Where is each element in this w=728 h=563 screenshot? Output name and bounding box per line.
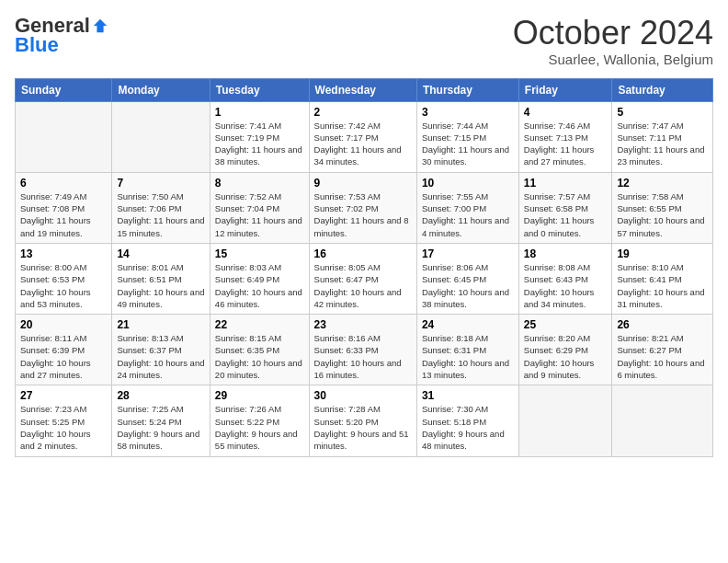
day-cell (518, 385, 612, 456)
day-number: 17 (422, 247, 514, 260)
day-info: Sunrise: 7:57 AMSunset: 6:58 PMDaylight:… (524, 190, 608, 239)
day-info: Sunrise: 8:05 AMSunset: 6:47 PMDaylight:… (314, 261, 412, 310)
day-cell: 26Sunrise: 8:21 AMSunset: 6:27 PMDayligh… (612, 315, 713, 385)
day-info: Sunrise: 7:49 AMSunset: 7:08 PMDaylight:… (20, 190, 107, 239)
title-block: October 2024 Suarlee, Wallonia, Belgium (513, 15, 713, 67)
day-number: 7 (117, 177, 204, 190)
day-info: Sunrise: 8:15 AMSunset: 6:35 PMDaylight:… (215, 332, 304, 381)
day-cell: 6Sunrise: 7:49 AMSunset: 7:08 PMDaylight… (16, 172, 112, 243)
day-info: Sunrise: 7:53 AMSunset: 7:02 PMDaylight:… (314, 190, 412, 239)
day-cell: 4Sunrise: 7:46 AMSunset: 7:13 PMDaylight… (518, 101, 612, 172)
day-number: 1 (215, 106, 304, 119)
day-info: Sunrise: 7:58 AMSunset: 6:55 PMDaylight:… (617, 190, 708, 239)
day-number: 12 (617, 177, 708, 190)
day-info: Sunrise: 8:20 AMSunset: 6:29 PMDaylight:… (524, 332, 608, 381)
day-cell: 2Sunrise: 7:42 AMSunset: 7:17 PMDaylight… (309, 101, 416, 172)
day-number: 14 (117, 247, 204, 260)
day-number: 23 (314, 318, 412, 331)
day-info: Sunrise: 8:01 AMSunset: 6:51 PMDaylight:… (117, 261, 204, 310)
col-header-tuesday: Tuesday (210, 78, 309, 101)
day-number: 10 (422, 177, 514, 190)
day-number: 26 (617, 318, 708, 331)
day-number: 20 (20, 318, 107, 331)
subtitle: Suarlee, Wallonia, Belgium (513, 52, 713, 67)
day-number: 9 (314, 177, 412, 190)
day-number: 25 (524, 318, 608, 331)
day-info: Sunrise: 7:23 AMSunset: 5:25 PMDaylight:… (20, 403, 107, 452)
day-info: Sunrise: 8:10 AMSunset: 6:41 PMDaylight:… (617, 261, 708, 310)
day-cell: 3Sunrise: 7:44 AMSunset: 7:15 PMDaylight… (416, 101, 518, 172)
logo: General Blue (15, 15, 108, 57)
day-number: 8 (215, 177, 304, 190)
day-number: 11 (524, 177, 608, 190)
day-cell: 30Sunrise: 7:28 AMSunset: 5:20 PMDayligh… (309, 385, 416, 456)
day-info: Sunrise: 7:55 AMSunset: 7:00 PMDaylight:… (422, 190, 514, 239)
day-number: 21 (117, 318, 204, 331)
day-info: Sunrise: 7:25 AMSunset: 5:24 PMDaylight:… (117, 403, 204, 452)
month-title: October 2024 (513, 15, 713, 52)
week-row-2: 6Sunrise: 7:49 AMSunset: 7:08 PMDaylight… (16, 172, 713, 243)
day-cell: 31Sunrise: 7:30 AMSunset: 5:18 PMDayligh… (416, 385, 518, 456)
day-cell: 7Sunrise: 7:50 AMSunset: 7:06 PMDaylight… (112, 172, 210, 243)
day-cell: 17Sunrise: 8:06 AMSunset: 6:45 PMDayligh… (416, 243, 518, 314)
day-number: 18 (524, 247, 608, 260)
svg-marker-0 (94, 19, 107, 32)
day-cell: 12Sunrise: 7:58 AMSunset: 6:55 PMDayligh… (612, 172, 713, 243)
day-cell (16, 101, 112, 172)
logo-icon (92, 17, 108, 34)
day-number: 19 (617, 247, 708, 260)
day-info: Sunrise: 7:41 AMSunset: 7:19 PMDaylight:… (215, 120, 304, 168)
day-info: Sunrise: 8:08 AMSunset: 6:43 PMDaylight:… (524, 261, 608, 310)
day-number: 4 (524, 106, 608, 119)
day-info: Sunrise: 7:42 AMSunset: 7:17 PMDaylight:… (314, 120, 412, 168)
day-cell: 21Sunrise: 8:13 AMSunset: 6:37 PMDayligh… (112, 315, 210, 385)
day-cell (612, 385, 713, 456)
day-number: 16 (314, 247, 412, 260)
day-number: 3 (422, 106, 514, 119)
day-info: Sunrise: 7:52 AMSunset: 7:04 PMDaylight:… (215, 190, 304, 239)
col-header-friday: Friday (518, 78, 612, 101)
day-cell: 29Sunrise: 7:26 AMSunset: 5:22 PMDayligh… (210, 385, 309, 456)
day-info: Sunrise: 8:18 AMSunset: 6:31 PMDaylight:… (422, 332, 514, 381)
col-header-monday: Monday (112, 78, 210, 101)
day-number: 24 (422, 318, 514, 331)
day-info: Sunrise: 7:44 AMSunset: 7:15 PMDaylight:… (422, 120, 514, 168)
header-row: SundayMondayTuesdayWednesdayThursdayFrid… (16, 78, 713, 101)
day-info: Sunrise: 7:30 AMSunset: 5:18 PMDaylight:… (422, 403, 514, 452)
day-info: Sunrise: 7:50 AMSunset: 7:06 PMDaylight:… (117, 190, 204, 239)
day-cell: 8Sunrise: 7:52 AMSunset: 7:04 PMDaylight… (210, 172, 309, 243)
day-info: Sunrise: 8:11 AMSunset: 6:39 PMDaylight:… (20, 332, 107, 381)
day-number: 5 (617, 106, 708, 119)
day-cell: 11Sunrise: 7:57 AMSunset: 6:58 PMDayligh… (518, 172, 612, 243)
day-cell: 16Sunrise: 8:05 AMSunset: 6:47 PMDayligh… (309, 243, 416, 314)
week-row-1: 1Sunrise: 7:41 AMSunset: 7:19 PMDaylight… (16, 101, 713, 172)
day-info: Sunrise: 7:46 AMSunset: 7:13 PMDaylight:… (524, 120, 608, 168)
day-cell: 23Sunrise: 8:16 AMSunset: 6:33 PMDayligh… (309, 315, 416, 385)
day-number: 29 (215, 389, 304, 402)
day-cell: 19Sunrise: 8:10 AMSunset: 6:41 PMDayligh… (612, 243, 713, 314)
day-cell (112, 101, 210, 172)
day-number: 15 (215, 247, 304, 260)
day-number: 2 (314, 106, 412, 119)
col-header-thursday: Thursday (416, 78, 518, 101)
week-row-5: 27Sunrise: 7:23 AMSunset: 5:25 PMDayligh… (16, 385, 713, 456)
day-cell: 22Sunrise: 8:15 AMSunset: 6:35 PMDayligh… (210, 315, 309, 385)
day-cell: 10Sunrise: 7:55 AMSunset: 7:00 PMDayligh… (416, 172, 518, 243)
col-header-sunday: Sunday (16, 78, 112, 101)
day-info: Sunrise: 7:26 AMSunset: 5:22 PMDaylight:… (215, 403, 304, 452)
day-cell: 28Sunrise: 7:25 AMSunset: 5:24 PMDayligh… (112, 385, 210, 456)
day-cell: 15Sunrise: 8:03 AMSunset: 6:49 PMDayligh… (210, 243, 309, 314)
logo-blue: Blue (15, 33, 59, 56)
day-info: Sunrise: 7:47 AMSunset: 7:11 PMDaylight:… (617, 120, 708, 168)
day-number: 6 (20, 177, 107, 190)
week-row-4: 20Sunrise: 8:11 AMSunset: 6:39 PMDayligh… (16, 315, 713, 385)
day-number: 13 (20, 247, 107, 260)
day-cell: 27Sunrise: 7:23 AMSunset: 5:25 PMDayligh… (16, 385, 112, 456)
day-info: Sunrise: 7:28 AMSunset: 5:20 PMDaylight:… (314, 403, 412, 452)
day-number: 27 (20, 389, 107, 402)
day-info: Sunrise: 8:03 AMSunset: 6:49 PMDaylight:… (215, 261, 304, 310)
day-info: Sunrise: 8:13 AMSunset: 6:37 PMDaylight:… (117, 332, 204, 381)
day-info: Sunrise: 8:00 AMSunset: 6:53 PMDaylight:… (20, 261, 107, 310)
page-header: General Blue October 2024 Suarlee, Wallo… (15, 15, 713, 67)
day-cell: 24Sunrise: 8:18 AMSunset: 6:31 PMDayligh… (416, 315, 518, 385)
